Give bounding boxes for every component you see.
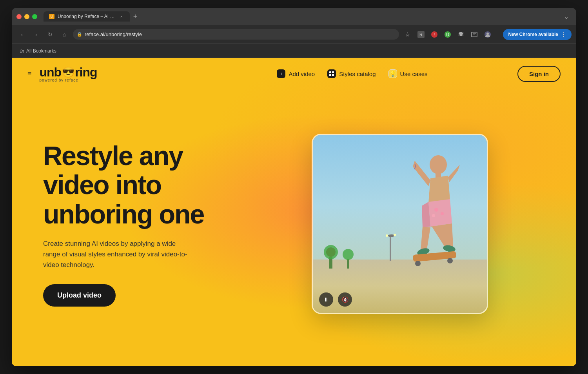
traffic-light-yellow[interactable] <box>24 14 29 19</box>
home-button[interactable]: ⌂ <box>59 29 70 40</box>
nav-links: + Add video Styles catalog 💡 Use cases <box>277 69 427 78</box>
new-tab-button[interactable]: + <box>130 11 141 22</box>
profile-icon[interactable] <box>482 29 493 40</box>
logo-subtext: powered by reface <box>40 78 97 82</box>
traffic-lights <box>16 14 37 19</box>
extension-icon-3[interactable]: G <box>442 29 453 40</box>
logo-text-part2: ring <box>75 65 97 80</box>
svg-point-32 <box>386 234 388 237</box>
styles-catalog-icon <box>327 69 336 78</box>
new-chrome-button[interactable]: New Chrome available ⋮ <box>503 29 572 40</box>
svg-rect-12 <box>332 71 334 73</box>
tab-bar: U Unboring by Reface – AI Vide... × + <box>44 11 557 22</box>
add-video-link[interactable]: + Add video <box>277 69 315 78</box>
svg-point-29 <box>343 249 354 260</box>
tab-menu-button[interactable]: ⌄ <box>561 11 572 22</box>
mute-icon: 🔇 <box>342 296 348 303</box>
tab-title: Unboring by Reface – AI Vide... <box>58 14 116 19</box>
active-tab[interactable]: U Unboring by Reface – AI Vide... × <box>44 11 130 22</box>
svg-rect-14 <box>332 74 334 76</box>
address-wrapper: 🔒 <box>73 29 399 40</box>
new-chrome-label: New Chrome available <box>508 32 558 37</box>
add-video-label: Add video <box>289 71 315 77</box>
address-input[interactable] <box>73 29 399 40</box>
reader-mode-icon[interactable] <box>469 29 480 40</box>
back-button[interactable]: ‹ <box>16 29 27 40</box>
extension-icon-1[interactable]: R <box>416 29 426 40</box>
svg-point-17 <box>434 208 438 212</box>
address-bar: ‹ › ↻ ⌂ 🔒 ☆ R ! G <box>12 25 576 44</box>
site-nav: ≡ unb😎ring powered by reface + Add video… <box>12 58 576 89</box>
styles-catalog-label: Styles catalog <box>339 71 376 77</box>
site-logo: unb😎ring <box>40 65 97 80</box>
title-bar: U Unboring by Reface – AI Vide... × + ⌄ <box>12 8 576 25</box>
tab-close-button[interactable]: × <box>119 14 124 19</box>
video-container: ⏸ 🔇 <box>255 134 545 314</box>
svg-point-15 <box>430 155 447 174</box>
svg-rect-11 <box>329 71 331 73</box>
all-bookmarks[interactable]: 🗂 All Bookmarks <box>16 47 60 55</box>
web-content: ≡ unb😎ring powered by reface + Add video… <box>12 58 576 366</box>
logo-wrapper[interactable]: unb😎ring powered by reface <box>40 65 97 82</box>
use-cases-link[interactable]: 💡 Use cases <box>388 69 428 78</box>
browser-window: U Unboring by Reface – AI Vide... × + ⌄ … <box>12 8 576 366</box>
svg-point-27 <box>326 247 336 257</box>
skateboarder-figure <box>391 149 470 267</box>
hamburger-menu-button[interactable]: ≡ <box>27 70 32 78</box>
pause-icon: ⏸ <box>323 296 329 303</box>
svg-point-24 <box>447 258 453 263</box>
logo-emoji: 😎 <box>62 66 74 78</box>
hero-content: Restyle any video into unboring one Crea… <box>12 89 576 366</box>
extensions-puzzle-icon[interactable] <box>456 29 466 40</box>
reload-button[interactable]: ↻ <box>45 29 56 40</box>
svg-point-31 <box>394 234 396 236</box>
tab-favicon: U <box>49 14 54 19</box>
add-video-icon: + <box>277 69 285 78</box>
svg-rect-28 <box>347 259 349 269</box>
svg-point-18 <box>441 212 444 215</box>
hero-text: Restyle any video into unboring one Crea… <box>43 141 239 307</box>
bookmark-star-icon[interactable]: ☆ <box>402 29 413 40</box>
logo-text-part1: unb <box>40 65 62 80</box>
svg-point-19 <box>432 214 435 217</box>
bookmarks-folder-icon: 🗂 <box>20 48 24 54</box>
pause-button[interactable]: ⏸ <box>319 292 333 307</box>
styles-catalog-link[interactable]: Styles catalog <box>327 69 376 78</box>
sign-in-button[interactable]: Sign in <box>517 66 561 82</box>
traffic-light-red[interactable] <box>16 14 22 19</box>
use-cases-label: Use cases <box>400 71 428 77</box>
secure-icon: 🔒 <box>77 32 82 37</box>
forward-button[interactable]: › <box>31 29 42 40</box>
new-chrome-menu-icon: ⋮ <box>561 31 566 38</box>
svg-rect-6 <box>472 32 477 37</box>
svg-rect-13 <box>329 74 331 76</box>
upload-video-button[interactable]: Upload video <box>43 284 116 307</box>
video-controls: ⏸ 🔇 <box>319 292 352 307</box>
hero-headline: Restyle any video into unboring one <box>43 141 239 229</box>
svg-text:!: ! <box>434 33 435 37</box>
hero-description: Create stunning AI videos by applying a … <box>43 238 192 271</box>
svg-point-23 <box>415 261 421 266</box>
svg-rect-30 <box>390 236 391 261</box>
bookmarks-bar: 🗂 All Bookmarks <box>12 44 576 58</box>
traffic-light-green[interactable] <box>32 14 37 19</box>
extension-icon-2[interactable]: ! <box>429 29 440 40</box>
mute-button[interactable]: 🔇 <box>338 292 352 307</box>
svg-text:G: G <box>446 33 449 37</box>
bookmarks-label: All Bookmarks <box>26 48 56 54</box>
toolbar-icons: ☆ R ! G <box>402 29 493 40</box>
video-player[interactable]: ⏸ 🔇 <box>312 134 488 314</box>
use-cases-icon: 💡 <box>388 69 397 78</box>
svg-text:R: R <box>419 32 423 37</box>
background-trees <box>321 237 368 269</box>
toolbar-separator <box>498 31 498 38</box>
street-light <box>379 232 403 263</box>
